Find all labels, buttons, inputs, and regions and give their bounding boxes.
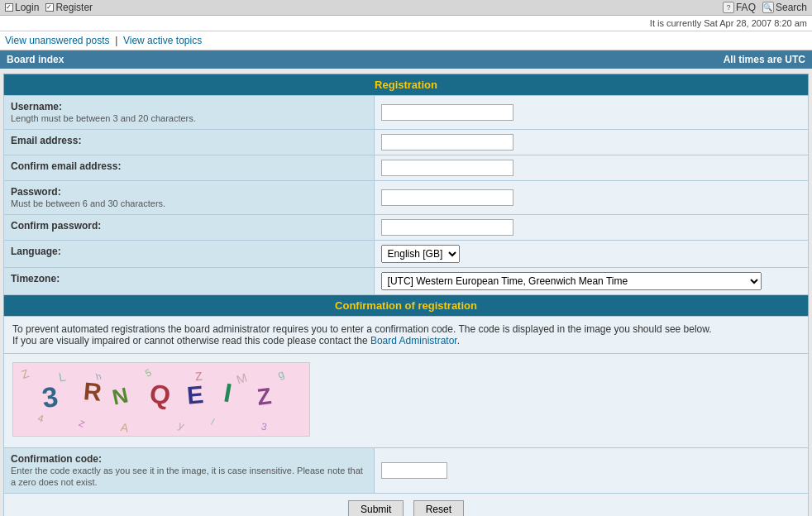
confirmation-desc-line2: If you are visually impaired or cannot o… xyxy=(12,335,368,346)
code-input-row: Confirmation code: Enter the code exactl… xyxy=(4,448,809,494)
confirmation-desc-cell: To prevent automated registrations the b… xyxy=(4,317,809,354)
confirm-password-label: Confirm password: xyxy=(11,220,367,232)
password-label-cell: Password: Must be between 6 and 30 chara… xyxy=(4,181,375,215)
username-label-cell: Username: Length must be between 3 and 2… xyxy=(4,96,375,130)
faq-link[interactable]: ? FAQ xyxy=(723,2,756,13)
confirm-email-label-cell: Confirm email address: xyxy=(4,155,375,181)
username-input-cell xyxy=(374,96,808,130)
email-input-cell xyxy=(374,130,808,155)
datetime-text: It is currently Sat Apr 28, 2007 8:20 am xyxy=(650,18,807,28)
confirmation-desc-row: To prevent automated registrations the b… xyxy=(4,317,809,354)
faq-icon: ? xyxy=(723,2,734,13)
username-label: Username: xyxy=(11,101,367,112)
board-admin-link[interactable]: Board Administrator xyxy=(370,335,457,346)
registration-table: Registration Username: Length must be be… xyxy=(3,74,809,516)
password-hint: Must be between 6 and 30 characters. xyxy=(11,198,165,208)
submit-cell: Submit Reset xyxy=(4,494,809,517)
captcha-cell: Z 4 L z h A 5 y Z l M 3 g 3 R N xyxy=(4,354,809,448)
submit-row: Submit Reset xyxy=(4,494,809,517)
password-label: Password: xyxy=(11,186,367,198)
confirmation-desc-line1: To prevent automated registrations the b… xyxy=(12,323,712,335)
active-topics-link[interactable]: View active topics xyxy=(123,35,202,46)
email-input[interactable] xyxy=(381,134,513,150)
top-bar-right: ? FAQ 🔍 Search xyxy=(723,2,807,13)
registration-title-cell: Registration xyxy=(4,74,809,96)
timezone-label-cell: Timezone: xyxy=(4,268,375,295)
code-label-cell: Confirmation code: Enter the code exactl… xyxy=(4,448,375,494)
password-row: Password: Must be between 6 and 30 chara… xyxy=(4,181,809,215)
confirmation-title-row: Confirmation of registration xyxy=(4,295,809,317)
datetime-bar: It is currently Sat Apr 28, 2007 8:20 am xyxy=(0,16,812,31)
login-label: Login xyxy=(15,2,39,13)
register-link[interactable]: Register xyxy=(45,2,93,13)
registration-title-row: Registration xyxy=(4,74,809,96)
register-icon xyxy=(45,3,54,12)
nav-links-bar: View unanswered posts | View active topi… xyxy=(0,31,812,50)
reset-button[interactable]: Reset xyxy=(413,500,464,516)
board-index-bar: Board index All times are UTC xyxy=(0,50,812,69)
top-bar: Login Register ? FAQ 🔍 Search xyxy=(0,0,812,16)
language-label-cell: Language: xyxy=(4,241,375,268)
login-icon xyxy=(5,3,13,12)
timezone-text: All times are UTC xyxy=(724,54,805,65)
password-input[interactable] xyxy=(381,189,513,206)
main-container: Registration Username: Length must be be… xyxy=(3,74,809,516)
language-row: Language: English [GB] xyxy=(4,241,809,268)
captcha-image: Z 4 L z h A 5 y Z l M 3 g 3 R N xyxy=(12,362,310,437)
password-input-cell xyxy=(374,181,808,215)
language-input-cell: English [GB] xyxy=(374,241,808,268)
confirm-email-input-cell xyxy=(374,155,808,181)
username-row: Username: Length must be between 3 and 2… xyxy=(4,96,809,130)
confirm-password-input[interactable] xyxy=(381,219,513,236)
confirmation-code-input[interactable] xyxy=(381,462,447,479)
timezone-label: Timezone: xyxy=(11,273,367,284)
code-hint1: Enter the code exactly as you see it in … xyxy=(11,466,325,475)
unanswered-link[interactable]: View unanswered posts xyxy=(5,35,110,46)
board-index-title: Board index xyxy=(7,54,64,65)
timezone-input-cell: [UTC] Western European Time, Greenwich M… xyxy=(374,268,808,295)
code-label: Confirmation code: xyxy=(11,453,367,465)
timezone-row: Timezone: [UTC] Western European Time, G… xyxy=(4,268,809,295)
email-row: Email address: xyxy=(4,130,809,155)
username-hint: Length must be between 3 and 20 characte… xyxy=(11,113,196,123)
confirm-password-label-cell: Confirm password: xyxy=(4,215,375,241)
timezone-select[interactable]: [UTC] Western European Time, Greenwich M… xyxy=(381,272,762,290)
submit-button[interactable]: Submit xyxy=(348,500,404,516)
captcha-row: Z 4 L z h A 5 y Z l M 3 g 3 R N xyxy=(4,354,809,448)
confirm-email-input[interactable] xyxy=(381,160,513,176)
confirmation-title-cell: Confirmation of registration xyxy=(4,295,809,317)
confirm-password-input-cell xyxy=(374,215,808,241)
confirm-email-row: Confirm email address: xyxy=(4,155,809,181)
search-label: Search xyxy=(776,2,807,13)
login-link[interactable]: Login xyxy=(5,2,39,13)
register-label: Register xyxy=(55,2,93,13)
search-link[interactable]: 🔍 Search xyxy=(762,2,807,13)
top-bar-left: Login Register xyxy=(5,2,93,13)
confirm-password-row: Confirm password: xyxy=(4,215,809,241)
search-icon: 🔍 xyxy=(762,2,774,13)
code-input-cell xyxy=(374,448,808,494)
faq-label: FAQ xyxy=(736,2,756,13)
username-input[interactable] xyxy=(381,104,513,121)
email-label: Email address: xyxy=(11,135,367,146)
email-label-cell: Email address: xyxy=(4,130,375,155)
confirm-email-label: Confirm email address: xyxy=(11,160,367,172)
language-label: Language: xyxy=(11,246,367,257)
language-select[interactable]: English [GB] xyxy=(381,245,460,263)
